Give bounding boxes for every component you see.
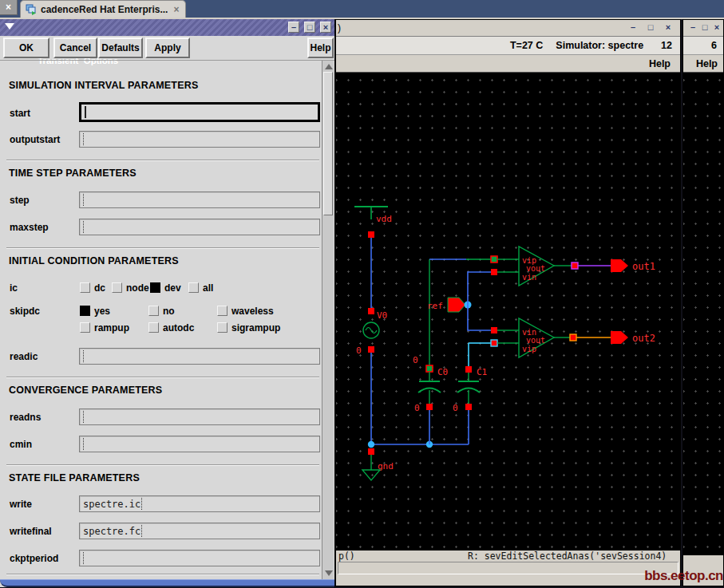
autodc-label: autodc	[163, 322, 194, 333]
out2-pin[interactable]: out2	[611, 331, 655, 344]
text-cursor	[83, 411, 84, 423]
ic-option-all: all	[188, 282, 213, 294]
side-info-bar: 6	[683, 37, 723, 55]
svg-text:out1: out1	[632, 261, 655, 272]
section-state-file: STATE FILE PARAMETERS	[9, 472, 140, 483]
chevron-down-icon[interactable]	[5, 23, 14, 30]
maxstep-input[interactable]	[79, 219, 320, 235]
status-command: R: sevEditSelectedAnas('sevSession4)	[468, 551, 667, 562]
defaults-button[interactable]: Defaults	[98, 37, 143, 58]
all-checkbox[interactable]	[188, 282, 199, 293]
side-window-titlebar[interactable]: – □ ×	[683, 20, 723, 37]
dialog-bottom-frame[interactable]	[0, 579, 334, 587]
svg-text:vout: vout	[526, 264, 545, 273]
schematic-status-bar: p() R: sevEditSelectedAnas('sevSession4)	[336, 550, 680, 561]
maximize-icon[interactable]: □	[700, 22, 710, 34]
scrollbar-thumb[interactable]	[323, 72, 333, 215]
start-label: start	[10, 108, 30, 119]
close-icon[interactable]: ×	[663, 22, 674, 34]
dialog-titlebar[interactable]: Transient Options – □ ×	[0, 19, 334, 36]
scroll-up-icon[interactable]	[325, 64, 333, 69]
write-input[interactable]: spectre.ic	[79, 495, 320, 512]
outputstart-label: outputstart	[10, 134, 60, 145]
voltage-source-v0[interactable]: V0 0	[356, 308, 387, 356]
no-checkbox[interactable]	[148, 306, 159, 316]
sigrampup-checkbox[interactable]	[217, 322, 227, 333]
step-input[interactable]	[79, 191, 320, 208]
dev-label: dev	[164, 282, 181, 294]
readns-label: readns	[10, 412, 41, 423]
outputstart-input[interactable]	[79, 131, 320, 148]
start-input[interactable]	[79, 102, 320, 122]
watermark: bbs.eetop.cn	[644, 568, 723, 584]
autodc-checkbox[interactable]	[148, 322, 159, 333]
text-cursor	[83, 438, 84, 450]
text-cursor	[83, 194, 84, 206]
close-icon[interactable]: ×	[320, 22, 331, 33]
waveless-checkbox[interactable]	[217, 306, 227, 316]
readic-input[interactable]	[79, 348, 320, 365]
maxstep-label: maxstep	[10, 222, 49, 233]
help-button[interactable]: Help	[649, 58, 671, 69]
rampup-checkbox[interactable]	[80, 322, 90, 333]
readns-input[interactable]	[79, 408, 320, 425]
no-label: no	[163, 306, 175, 317]
opamp-2[interactable]: vin vout vip	[491, 318, 576, 357]
help-button[interactable]: Help	[696, 58, 718, 69]
close-icon[interactable]: ×	[712, 22, 722, 34]
tab-close-icon[interactable]: ×	[173, 4, 179, 15]
text-cursor	[83, 350, 84, 362]
svg-text:ref: ref	[427, 301, 443, 311]
message-line	[338, 562, 679, 574]
dialog-scrollbar[interactable]	[322, 61, 334, 579]
svg-text:C1: C1	[477, 367, 487, 377]
cancel-button[interactable]: Cancel	[53, 37, 97, 58]
text-cursor	[85, 106, 86, 118]
ref-pin[interactable]: ref	[427, 298, 472, 312]
node-checkbox[interactable]	[112, 282, 122, 293]
vdd-symbol[interactable]: vdd	[354, 207, 392, 238]
ok-button[interactable]: OK	[3, 37, 49, 58]
svg-text:vout: vout	[526, 336, 545, 345]
session-tab[interactable]: cadenceRed Hat Enterpris... ×	[20, 0, 186, 18]
readic-label: readic	[10, 351, 38, 362]
out1-pin[interactable]: out1	[611, 259, 655, 272]
writefinal-input[interactable]: spectre.fc	[79, 523, 320, 539]
schematic-window-titlebar[interactable]: ) – □ ×	[336, 20, 680, 37]
scroll-down-icon[interactable]	[325, 570, 333, 576]
schematic-canvas[interactable]: vdd V0 0	[336, 73, 680, 550]
dev-checkbox[interactable]	[150, 282, 160, 293]
status-left: p()	[338, 551, 355, 562]
sigrampup-label: sigrampup	[231, 322, 280, 333]
step-label: step	[10, 195, 30, 206]
capacitor-c0[interactable]: 0 C0 0	[413, 259, 448, 444]
minimize-icon[interactable]: –	[288, 22, 299, 33]
maximize-icon[interactable]: □	[645, 22, 656, 34]
svg-text:vin: vin	[522, 273, 536, 282]
help-button[interactable]: Help	[307, 37, 334, 58]
minimize-icon[interactable]: –	[688, 22, 698, 34]
maximize-icon[interactable]: □	[304, 22, 315, 33]
ic-option-dev: dev	[150, 282, 181, 294]
yes-checkbox[interactable]	[80, 306, 90, 316]
text-cursor	[83, 221, 84, 233]
dc-checkbox[interactable]	[80, 282, 90, 293]
svg-text:0: 0	[414, 403, 420, 413]
separator	[6, 247, 319, 249]
gnd-symbol[interactable]: gnd	[362, 448, 394, 480]
ic-option-dc: dc	[80, 282, 105, 294]
cmin-label: cmin	[10, 439, 32, 450]
svg-text:0: 0	[413, 355, 418, 365]
wire-ref-to-op2[interactable]	[468, 305, 494, 330]
capacitor-c1[interactable]: C1 0	[453, 343, 487, 444]
ckptperiod-label: ckptperiod	[10, 553, 58, 564]
opamp-1[interactable]: vip vout vin	[491, 247, 578, 286]
cmin-input[interactable]	[79, 436, 320, 452]
wire-ref-to-op1[interactable]	[468, 272, 494, 305]
close-button[interactable]: ×	[0, 0, 18, 15]
side-canvas[interactable]	[683, 73, 723, 555]
apply-button[interactable]: Apply	[145, 37, 190, 58]
ckptperiod-input[interactable]	[79, 550, 320, 566]
skipdc-option-yes: yes	[80, 305, 110, 317]
minimize-icon[interactable]: –	[627, 22, 639, 34]
